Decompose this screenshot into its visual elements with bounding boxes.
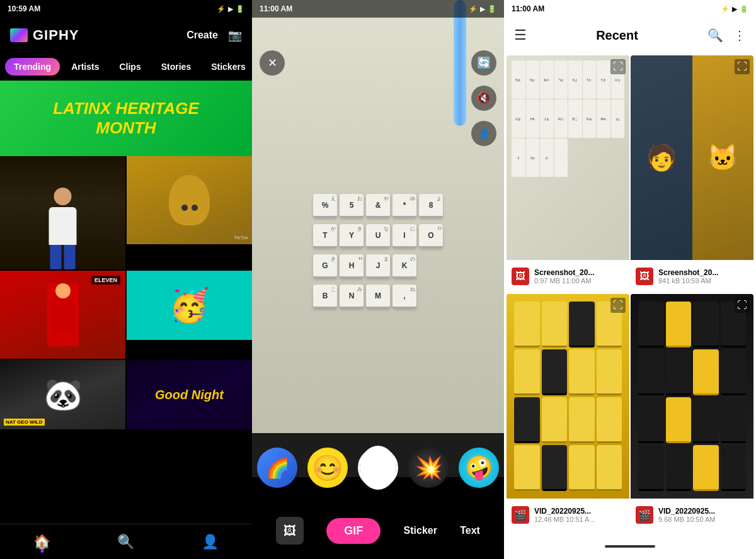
file-details-3: VID_20220925... 9.68 MB 10:50 AM bbox=[658, 507, 748, 523]
file-meta-2: 12.46 MB 10:51 A... bbox=[534, 516, 624, 523]
sticker-blue[interactable]: 🌈 bbox=[257, 448, 297, 488]
create-button[interactable]: Create bbox=[186, 30, 218, 41]
search-icon-nav: 🔍 bbox=[117, 534, 134, 550]
bluetooth-icon: ⚡ bbox=[217, 5, 226, 13]
giphy-status-time: 10:59 AM bbox=[8, 4, 40, 13]
smiley-sticker-icon: 😊 bbox=[312, 453, 343, 483]
video-file-icon-2: 🎬 bbox=[514, 509, 527, 521]
search-icon[interactable]: 🔍 bbox=[707, 28, 723, 43]
nav-item-clips[interactable]: Clips bbox=[110, 58, 149, 76]
gif-mode-button[interactable]: GIF bbox=[326, 518, 381, 544]
files-status-time: 11:00 AM bbox=[512, 4, 544, 13]
sticker-burst[interactable]: 💥 bbox=[408, 448, 449, 488]
camera-bottom: 🌈 😊 💥 🤪 🖼 GIF Sticker bbox=[252, 433, 504, 559]
camera-status-icons: ⚡ ▶ 🔋 bbox=[469, 5, 496, 13]
giphy-panel: 10:59 AM ⚡ ▶ 🔋 GIPHY Create 📷 Trending A… bbox=[0, 0, 252, 559]
gif-cell-soccer[interactable]: ELEVEN bbox=[0, 271, 125, 359]
expand-button-3[interactable]: ⛶ bbox=[735, 298, 750, 313]
sticker-capture[interactable] bbox=[358, 448, 398, 488]
expand-button-2[interactable]: ⛶ bbox=[610, 298, 626, 313]
camera-bt-icon: ⚡ bbox=[469, 5, 478, 13]
nav-item-trending[interactable]: Trending bbox=[5, 58, 60, 76]
expand-button-0[interactable]: ⛶ bbox=[610, 59, 626, 74]
giphy-bottom-nav: 🏠 🔍 👤 bbox=[0, 524, 252, 559]
mute-icon: 🔇 bbox=[477, 91, 491, 105]
active-dot bbox=[40, 550, 43, 553]
gif-cell-party[interactable]: 🥳 bbox=[127, 271, 252, 340]
gif-cell-panda[interactable]: 🐼 NAT GEO WILD bbox=[0, 360, 125, 429]
sticker-smiley[interactable]: 😊 bbox=[307, 448, 348, 488]
file-icon-3: 🎬 bbox=[636, 506, 653, 524]
camera-battery-icon: 🔋 bbox=[488, 5, 496, 13]
nav-item-stickers[interactable]: Stickers bbox=[202, 58, 252, 76]
sticker-mode-button[interactable]: Sticker bbox=[404, 525, 437, 536]
image-file-icon: 🖼 bbox=[515, 271, 525, 282]
gif-cell-cat[interactable]: TikTok bbox=[127, 156, 252, 244]
giphy-logo: GIPHY bbox=[10, 27, 79, 43]
video-file-icon-3: 🎬 bbox=[638, 509, 651, 521]
yellow-keyboard-thumb bbox=[507, 294, 629, 499]
file-card-1[interactable]: 🧑 🐱 ⛶ 🖼 Screenshot_20... 841 kB 10:59 AM bbox=[631, 55, 753, 293]
gif-cell-goodnight[interactable]: Good Night bbox=[127, 360, 252, 429]
gallery-icon: 🖼 bbox=[284, 524, 296, 538]
battery-icon: 🔋 bbox=[236, 5, 244, 13]
more-icon[interactable]: ⋮ bbox=[733, 28, 746, 43]
text-mode-button[interactable]: Text bbox=[460, 525, 480, 536]
capture-button[interactable] bbox=[360, 446, 396, 490]
giphy-nav: Trending Artists Clips Stories Stickers bbox=[0, 53, 252, 81]
bottom-handle bbox=[504, 534, 756, 559]
giphy-logo-text: GIPHY bbox=[33, 27, 79, 43]
close-icon: ✕ bbox=[268, 56, 277, 70]
profile-icon: 👤 bbox=[202, 534, 219, 550]
timer-button[interactable]: 👤 bbox=[471, 121, 496, 146]
flip-camera-button[interactable]: 🔄 bbox=[471, 50, 496, 76]
file-name-3: VID_20220925... bbox=[658, 507, 748, 516]
camera-wifi-icon: ▶ bbox=[480, 5, 485, 13]
burst-sticker-icon: 💥 bbox=[415, 455, 443, 481]
file-thumb-2: ⛶ bbox=[507, 294, 629, 499]
file-details-2: VID_20220925... 12.46 MB 10:51 A... bbox=[534, 507, 624, 523]
camera-status-bar: 11:00 AM ⚡ ▶ 🔋 bbox=[252, 0, 504, 18]
file-details-0: Screenshot_20... 0.97 MB 11:00 AM bbox=[534, 268, 624, 285]
nav-item-artists[interactable]: Artists bbox=[62, 58, 108, 76]
camera-icon[interactable]: 📷 bbox=[228, 28, 242, 42]
gallery-button[interactable]: 🖼 bbox=[276, 517, 304, 545]
mute-button[interactable]: 🔇 bbox=[471, 86, 496, 111]
file-card-2[interactable]: ⛶ 🎬 VID_20220925... 12.46 MB 10:51 A... bbox=[507, 294, 629, 531]
file-info-1: 🖼 Screenshot_20... 841 kB 10:59 AM bbox=[631, 260, 753, 293]
bottom-nav-home[interactable]: 🏠 bbox=[33, 534, 50, 550]
sticker-row: 🌈 😊 💥 🤪 bbox=[257, 443, 499, 493]
giphy-header-actions: Create 📷 bbox=[186, 28, 242, 42]
handle-bar bbox=[605, 545, 655, 548]
file-card-0[interactable]: %え 5お &や *ゆ 8よ Tか Yき Uな Gき Hh Jま Kの Bこ N… bbox=[507, 55, 629, 293]
gif-cell-dance[interactable] bbox=[0, 156, 125, 269]
text-label: Text bbox=[460, 525, 480, 536]
file-icon-1: 🖼 bbox=[636, 268, 653, 285]
expand-button-1[interactable]: ⛶ bbox=[735, 59, 750, 74]
zany-sticker-icon: 🤪 bbox=[465, 455, 493, 481]
files-header-actions: 🔍 ⋮ bbox=[707, 28, 746, 43]
gif-label: GIF bbox=[344, 524, 363, 537]
giphy-status-icons: ⚡ ▶ 🔋 bbox=[217, 5, 244, 13]
sticker-zany[interactable]: 🤪 bbox=[459, 448, 499, 488]
sticker-label: Sticker bbox=[404, 525, 437, 536]
file-thumb-1: 🧑 🐱 ⛶ bbox=[631, 55, 753, 260]
bottom-nav-profile[interactable]: 👤 bbox=[202, 534, 219, 550]
menu-icon[interactable]: ☰ bbox=[514, 27, 527, 43]
home-icon: 🏠 bbox=[33, 534, 50, 550]
files-title: Recent bbox=[596, 28, 638, 43]
camera-mode-bar: 🖼 GIF Sticker Text bbox=[252, 512, 504, 550]
files-grid: %え 5お &や *ゆ 8よ Tか Yき Uな Gき Hh Jま Kの Bこ N… bbox=[504, 53, 756, 534]
nav-item-stories[interactable]: Stories bbox=[152, 58, 200, 76]
file-card-3[interactable]: ⛶ 🎬 VID_20220925... 9.68 MB 10:50 AM bbox=[631, 294, 753, 531]
dark-keyboard-thumb bbox=[631, 294, 753, 499]
file-meta-1: 841 kB 10:59 AM bbox=[658, 277, 748, 285]
file-info-3: 🎬 VID_20220925... 9.68 MB 10:50 AM bbox=[631, 499, 753, 531]
close-button[interactable]: ✕ bbox=[260, 50, 285, 76]
file-thumb-0: %え 5お &や *ゆ 8よ Tか Yき Uな Gき Hh Jま Kの Bこ N… bbox=[507, 55, 629, 260]
giphy-status-bar: 10:59 AM ⚡ ▶ 🔋 bbox=[0, 0, 252, 18]
timer-icon: 👤 bbox=[479, 128, 490, 138]
bottom-nav-search[interactable]: 🔍 bbox=[117, 534, 134, 550]
files-wifi-icon: ▶ bbox=[732, 5, 737, 13]
camera-controls: 🔄 🔇 👤 bbox=[471, 50, 496, 146]
